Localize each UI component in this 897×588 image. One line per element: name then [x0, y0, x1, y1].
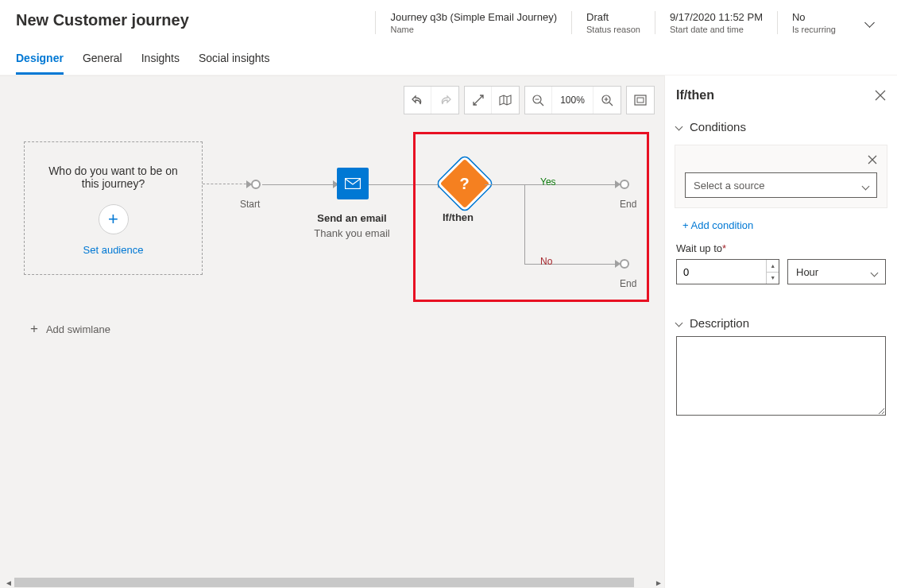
- meta-recurring-label: Is recurring: [792, 25, 836, 34]
- wait-increment-button[interactable]: ▲: [767, 260, 779, 273]
- section-description-header[interactable]: Description: [665, 310, 897, 336]
- end-node-no[interactable]: [620, 259, 629, 269]
- panel-header: If/then: [665, 75, 897, 114]
- select-source-placeholder: Select a source: [694, 180, 765, 191]
- tab-designer[interactable]: Designer: [16, 52, 64, 75]
- meta-recurring-value: No: [792, 11, 836, 23]
- scrollbar-thumb[interactable]: [14, 578, 634, 587]
- connector-dashed: [203, 184, 250, 184]
- audience-placeholder[interactable]: Who do you want to be on this journey? +…: [24, 141, 203, 275]
- description-textarea[interactable]: [676, 336, 886, 416]
- tab-social-insights[interactable]: Social insights: [199, 52, 270, 75]
- condition-card: Select a source: [675, 145, 887, 208]
- add-condition-button[interactable]: + Add condition: [665, 216, 897, 242]
- wait-decrement-button[interactable]: ▼: [767, 273, 779, 284]
- wait-value-input[interactable]: [677, 260, 766, 284]
- tab-general[interactable]: General: [83, 52, 122, 75]
- wait-value-field[interactable]: ▲ ▼: [676, 259, 779, 284]
- page-title: New Customer journey: [16, 11, 189, 29]
- connector: [262, 184, 338, 185]
- record-meta: Journey q3b (Simple Email Journey) Name …: [375, 11, 881, 34]
- close-icon: [875, 90, 886, 101]
- chevron-down-icon: [675, 319, 683, 327]
- connector: [369, 184, 442, 185]
- start-node[interactable]: [251, 180, 261, 189]
- meta-start-value: 9/17/2020 11:52 PM: [670, 11, 763, 23]
- set-audience-link[interactable]: Set audience: [83, 244, 144, 256]
- no-label: No: [540, 256, 552, 267]
- chevron-down-icon: [864, 17, 875, 28]
- page-header: New Customer journey Journey q3b (Simple…: [0, 0, 897, 41]
- chevron-down-icon: [675, 123, 683, 131]
- meta-name: Journey q3b (Simple Email Journey) Name: [375, 11, 571, 34]
- meta-status-value: Draft: [586, 11, 640, 23]
- expand-header-button[interactable]: [850, 19, 881, 26]
- section-conditions-label: Conditions: [690, 120, 746, 133]
- start-label: Start: [240, 199, 260, 210]
- ifthen-tile[interactable]: ?: [437, 156, 493, 212]
- add-swimlane-button[interactable]: + Add swimlane: [30, 321, 110, 337]
- section-conditions-header[interactable]: Conditions: [665, 114, 897, 140]
- meta-name-label: Name: [390, 25, 557, 34]
- meta-status-label: Status reason: [586, 25, 640, 34]
- section-description-label: Description: [690, 316, 749, 330]
- select-source-dropdown[interactable]: Select a source: [685, 172, 877, 198]
- remove-condition-button[interactable]: [868, 155, 877, 164]
- email-icon: [345, 178, 361, 189]
- plus-icon: +: [30, 321, 38, 337]
- add-swimlane-label: Add swimlane: [46, 323, 110, 335]
- scroll-right-icon[interactable]: ►: [653, 578, 664, 587]
- scroll-left-icon[interactable]: ◄: [3, 578, 14, 587]
- question-icon: ?: [460, 175, 470, 193]
- canvas-inner: Who do you want to be on this journey? +…: [0, 76, 664, 577]
- tabs: Designer General Insights Social insight…: [0, 41, 897, 75]
- wait-label: Wait up to*: [665, 242, 897, 259]
- email-title: Send an email: [312, 212, 392, 224]
- chevron-down-icon: [863, 180, 868, 191]
- tab-insights[interactable]: Insights: [141, 52, 180, 75]
- end-label-no: End: [620, 278, 636, 289]
- close-panel-button[interactable]: [875, 90, 886, 101]
- plus-icon: +: [108, 209, 118, 230]
- yes-label: Yes: [540, 176, 556, 188]
- horizontal-scrollbar[interactable]: ◄ ►: [3, 577, 664, 588]
- ifthen-label: If/then: [443, 211, 474, 223]
- close-icon: [868, 155, 877, 164]
- meta-start: 9/17/2020 11:52 PM Start date and time: [655, 11, 777, 34]
- properties-panel: If/then Conditions Select a source + Add…: [664, 75, 897, 588]
- audience-prompt: Who do you want to be on this journey?: [46, 164, 181, 190]
- panel-title: If/then: [676, 88, 714, 103]
- email-subtitle: Thank you email: [308, 227, 396, 239]
- add-audience-button[interactable]: +: [99, 204, 129, 234]
- wait-label-text: Wait up to: [676, 242, 722, 254]
- chevron-down-icon: [872, 266, 877, 278]
- meta-recurring: No Is recurring: [777, 11, 850, 34]
- required-indicator: *: [722, 242, 726, 254]
- wait-unit-dropdown[interactable]: Hour: [787, 259, 886, 284]
- end-label-yes: End: [620, 199, 636, 210]
- canvas[interactable]: 100% Who do you want to be on this journ…: [0, 75, 664, 588]
- wait-spinner: ▲ ▼: [766, 260, 779, 284]
- workspace: 100% Who do you want to be on this journ…: [0, 75, 897, 588]
- email-tile[interactable]: [337, 168, 369, 199]
- connector-no-v: [524, 184, 525, 264]
- wait-row: ▲ ▼ Hour: [665, 259, 897, 294]
- meta-start-label: Start date and time: [670, 25, 763, 34]
- wait-unit-value: Hour: [796, 266, 818, 278]
- meta-status: Draft Status reason: [571, 11, 655, 34]
- meta-name-value: Journey q3b (Simple Email Journey): [390, 11, 557, 23]
- connector-no-h: [524, 264, 618, 265]
- end-node-yes[interactable]: [620, 180, 629, 189]
